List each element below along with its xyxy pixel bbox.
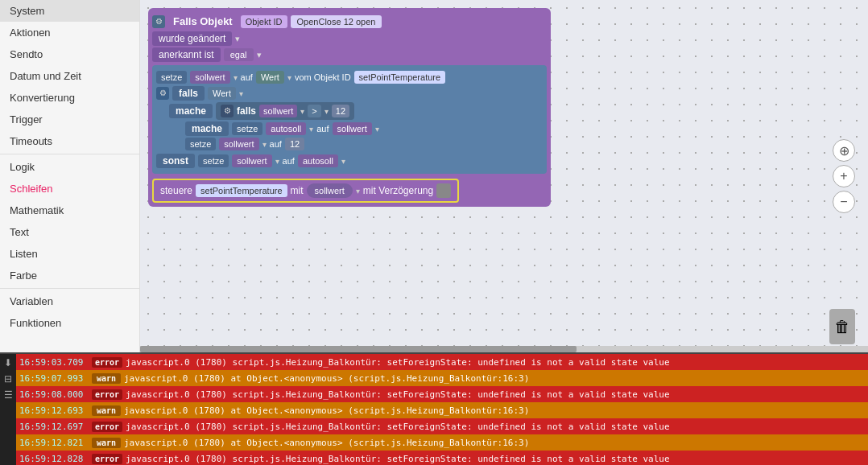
sidebar-item-funktionen[interactable]: Funktionen: [0, 312, 139, 334]
num12-val[interactable]: 12: [332, 105, 349, 117]
zoom-minus-button[interactable]: −: [833, 191, 855, 213]
setze3-label: setze: [185, 138, 216, 150]
block-row-setze1: setze sollwert ▾ auf Wert ▾ vom Objekt I…: [156, 71, 543, 84]
gt-op[interactable]: >: [308, 105, 320, 117]
log-left-icons: ⬇ ⊟ ☰: [0, 354, 16, 465]
sidebar-item-trigger[interactable]: Trigger: [0, 109, 139, 130]
falls-objekt-block[interactable]: ⚙ Falls Objekt Objekt ID OpenClose 12 op…: [148, 8, 551, 207]
blocks-container: ⚙ Falls Objekt Objekt ID OpenClose 12 op…: [148, 8, 551, 207]
log-message: javascript.0 (1780) at Object.<anonymous…: [124, 373, 529, 384]
sollwert-inner[interactable]: sollwert: [259, 105, 297, 117]
sollwert2-arrow[interactable]: ▾: [375, 125, 379, 134]
log-level-badge: error: [92, 454, 122, 464]
sidebar-item-variablen[interactable]: Variablen: [0, 290, 139, 312]
mache-section: mache ⚙ falls sollwert ▾ > ▾ 12: [156, 102, 543, 150]
sollwert1-val[interactable]: sollwert: [190, 71, 229, 84]
sidebar-item-schleifen[interactable]: Schleifen: [0, 178, 139, 200]
spt-label[interactable]: setPointTemperature: [196, 184, 287, 197]
falls1-label: falls: [172, 86, 205, 101]
wert2-val[interactable]: Wert: [208, 87, 236, 100]
autosoll2-arrow[interactable]: ▾: [341, 157, 345, 166]
sollwert4-val[interactable]: sollwert: [232, 154, 271, 167]
verzoegerung-checkbox[interactable]: [436, 183, 451, 198]
setze2-label: setze: [232, 122, 262, 135]
log-level-badge: warn: [92, 373, 121, 384]
autosoll1-val[interactable]: autosoll: [266, 122, 306, 135]
log-entry: 16:59:12.828errorjavascript.0 (1780) scr…: [16, 451, 868, 465]
setze1-label: setze: [156, 71, 187, 84]
steuere-block[interactable]: steuere setPointTemperature mit sollwert…: [152, 179, 459, 203]
sidebar-item-listen[interactable]: Listen: [0, 243, 139, 265]
wert1-val[interactable]: Wert: [256, 71, 284, 84]
block-row-header: ⚙ Falls Objekt Objekt ID OpenClose 12 op…: [152, 14, 547, 29]
log-level-badge: warn: [92, 405, 121, 416]
falls2-label: falls: [237, 105, 256, 117]
log-entry: 16:59:07.993warnjavascript.0 (1780) at O…: [16, 370, 868, 386]
sidebar-item-timeouts[interactable]: Timeouts: [0, 130, 139, 152]
log-level-badge: warn: [92, 438, 121, 448]
log-message: javascript.0 (1780) script.js.Heizung_Ba…: [126, 389, 670, 400]
canvas-area[interactable]: ⚙ Falls Objekt Objekt ID OpenClose 12 op…: [140, 0, 868, 352]
num12b-val[interactable]: 12: [285, 138, 304, 150]
objekt-id-value[interactable]: OpenClose 12 open: [291, 15, 382, 28]
log-time: 16:59:07.993: [19, 373, 92, 384]
sollwert-inner-arrow[interactable]: ▾: [300, 107, 304, 116]
set-point-temperature-val[interactable]: setPointTemperature: [354, 71, 446, 84]
log-download-icon[interactable]: ⬇: [4, 357, 12, 368]
sidebar-item-system[interactable]: System: [0, 0, 139, 22]
autosoll1-arrow[interactable]: ▾: [309, 125, 313, 134]
log-settings-icon[interactable]: ☰: [4, 389, 13, 401]
wert1-arrow[interactable]: ▾: [287, 73, 291, 82]
sidebar-item-aktionen[interactable]: Aktionen: [0, 22, 139, 43]
sidebar-item-logik[interactable]: Logik: [0, 156, 139, 178]
horizontal-scrollbar[interactable]: [140, 346, 868, 352]
log-entry: 16:59:12.693warnjavascript.0 (1780) at O…: [16, 402, 868, 418]
egal-dropdown-arrow[interactable]: ▾: [257, 50, 262, 60]
sollwert2-val[interactable]: sollwert: [333, 122, 372, 135]
sidebar-item-mathematik[interactable]: Mathematik: [0, 200, 139, 221]
sidebar-divider: [0, 154, 139, 154]
sidebar-item-text[interactable]: Text: [0, 221, 139, 243]
sidebar-item-konvertierung[interactable]: Konvertierung: [0, 87, 139, 109]
sollwert5-arrow[interactable]: ▾: [356, 187, 360, 195]
inner-section: setze sollwert ▾ auf Wert ▾ vom Objekt I…: [152, 65, 547, 174]
log-panel: ⬇ ⊟ ☰ 16:59:03.709errorjavascript.0 (178…: [0, 352, 868, 465]
anerkannt-label: anerkannt ist: [152, 47, 221, 62]
log-time: 16:59:12.697: [19, 422, 92, 432]
log-message: javascript.0 (1780) at Object.<anonymous…: [124, 438, 529, 448]
log-time: 16:59:12.828: [19, 454, 92, 464]
sollwert4-arrow[interactable]: ▾: [275, 157, 279, 166]
egal-value[interactable]: egal: [224, 48, 254, 61]
sidebar-item-sendto[interactable]: Sendto: [0, 43, 139, 65]
sidebar-item-datum-und-zeit[interactable]: Datum und Zeit: [0, 65, 139, 87]
log-entry: 16:59:08.000errorjavascript.0 (1780) scr…: [16, 386, 868, 402]
gt-arrow[interactable]: ▾: [324, 107, 329, 116]
mit-verzoegerung-label: mit Verzögerung: [363, 185, 433, 196]
log-message: javascript.0 (1780) script.js.Heizung_Ba…: [126, 357, 670, 368]
vom-objekt-id-label: vom Objekt ID: [295, 72, 351, 82]
auf3-label: auf: [270, 139, 282, 149]
log-filter-icon[interactable]: ⊟: [4, 373, 12, 385]
gear-icon-3: ⚙: [221, 105, 234, 117]
wurde-geaendert-label[interactable]: wurde geändert: [152, 31, 232, 46]
sollwert3-arrow[interactable]: ▾: [262, 140, 267, 149]
autosoll2-val[interactable]: autosoll: [298, 154, 338, 167]
zoom-target-button[interactable]: ⊕: [833, 139, 855, 162]
sonst-label: sonst: [156, 154, 195, 168]
block-row-sonst: sonst setze sollwert ▾ auf autosoll ▾: [156, 154, 543, 168]
objekt-id-label: Objekt ID: [241, 15, 287, 28]
horizontal-scrollbar-thumb[interactable]: [140, 346, 577, 352]
zoom-plus-button[interactable]: +: [833, 165, 855, 187]
log-message: javascript.0 (1780) script.js.Heizung_Ba…: [126, 454, 670, 464]
trash-button[interactable]: 🗑: [829, 309, 855, 344]
wert2-arrow[interactable]: ▾: [239, 89, 243, 98]
log-time: 16:59:08.000: [19, 389, 92, 400]
sollwert5-val[interactable]: sollwert: [307, 183, 353, 198]
wurde-dropdown-arrow[interactable]: ▾: [235, 34, 240, 44]
sollwert3-val[interactable]: sollwert: [219, 138, 258, 150]
sidebar-item-farbe[interactable]: Farbe: [0, 265, 139, 286]
sollwert1-arrow[interactable]: ▾: [234, 73, 238, 82]
log-entries-container: 16:59:03.709errorjavascript.0 (1780) scr…: [16, 354, 868, 465]
block-row-mache-inner: mache setze autosoll ▾ auf sollwert ▾: [185, 121, 543, 136]
auf2-label: auf: [316, 124, 329, 134]
